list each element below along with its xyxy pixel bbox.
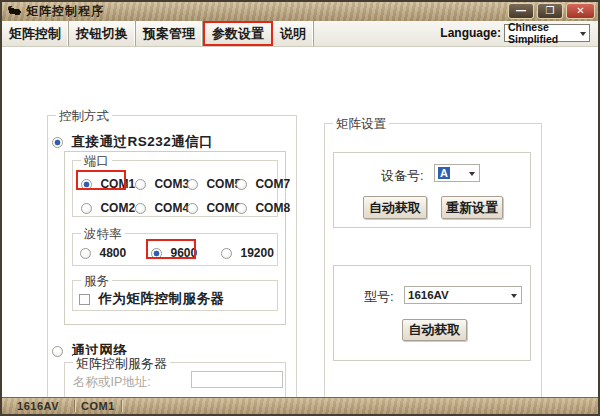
port-group-label: 端口: [81, 153, 112, 170]
com4-radio[interactable]: [135, 203, 146, 214]
com4-label: COM4: [154, 201, 189, 215]
model-value: 1616AV: [408, 289, 449, 301]
matrix-settings-group: 矩阵设置 设备号: A 自动获取 重新设置 型号: 1616AV 自动获取: [324, 123, 542, 405]
com8-option[interactable]: COM8: [236, 198, 290, 216]
baud-4800-radio[interactable]: [80, 248, 91, 259]
language-select[interactable]: Chinese Simplified: [504, 24, 590, 42]
parameter-settings-page: 控制方式 直接通过RS232通信口 端口 COM1 COM3 COM5: [2, 47, 598, 400]
minimize-button[interactable]: —: [508, 3, 534, 19]
status-bar: 1616AV COM1: [2, 397, 598, 414]
server-mode-option[interactable]: 作为矩阵控制服务器: [79, 289, 224, 308]
matrix-server-group-label: 矩阵控制服务器: [73, 355, 170, 373]
tab-help[interactable]: 说明: [273, 21, 314, 46]
rs232-option-row[interactable]: 直接通过RS232通信口: [52, 132, 213, 151]
model-auto-get-button[interactable]: 自动获取: [402, 319, 467, 341]
server-mode-label: 作为矩阵控制服务器: [98, 291, 224, 306]
maximize-button[interactable]: ❐: [537, 3, 563, 19]
control-method-group-label: 控制方式: [56, 108, 112, 125]
com8-radio[interactable]: [236, 203, 247, 214]
model-panel: 型号: 1616AV 自动获取: [333, 265, 531, 361]
com3-option[interactable]: COM3: [135, 174, 189, 192]
baud-4800-label: 4800: [99, 246, 126, 260]
model-label: 型号:: [364, 288, 394, 306]
com7-label: COM7: [255, 177, 290, 191]
com5-option[interactable]: COM5: [187, 174, 241, 192]
server-address-input[interactable]: [191, 371, 283, 388]
server-address-label: 名称或IP地址:: [73, 374, 151, 391]
baud-9600-annotation-box: [146, 239, 196, 259]
minimize-icon: —: [516, 5, 526, 16]
app-window: 矩阵控制程序 — ❐ ✕ 矩阵控制 按钮切换 预案管理 参数设置 说明 Lang…: [0, 0, 600, 416]
com2-option[interactable]: COM2: [81, 198, 135, 216]
matrix-server-group: 矩阵控制服务器 名称或IP地址:: [64, 362, 286, 400]
device-number-label: 设备号:: [381, 167, 424, 185]
com1-annotation-box: [76, 170, 126, 190]
com5-radio[interactable]: [187, 179, 198, 190]
com4-option[interactable]: COM4: [135, 198, 189, 216]
com6-option[interactable]: COM6: [187, 198, 241, 216]
service-group-label: 服务: [81, 273, 112, 290]
rs232-radio-label: 直接通过RS232通信口: [71, 134, 213, 149]
device-reset-button[interactable]: 重新设置: [441, 196, 503, 219]
baud-19200-label: 19200: [240, 246, 273, 260]
tab-bar: 矩阵控制 按钮切换 预案管理 参数设置 说明 Language: Chinese…: [2, 21, 598, 47]
tab-matrix-control[interactable]: 矩阵控制: [2, 21, 69, 46]
close-icon: ✕: [576, 5, 584, 16]
com6-radio[interactable]: [187, 203, 198, 214]
com2-label: COM2: [100, 201, 135, 215]
model-combo[interactable]: 1616AV: [404, 286, 522, 304]
app-icon: [8, 6, 21, 17]
window-title: 矩阵控制程序: [26, 3, 104, 20]
dropdown-arrow-icon: [580, 32, 586, 36]
tab-button-switch[interactable]: 按钮切换: [69, 21, 136, 46]
service-group: 服务 作为矩阵控制服务器: [72, 280, 278, 311]
device-number-value: A: [438, 167, 450, 179]
baud-19200-option[interactable]: 19200: [221, 243, 274, 261]
baud-group: 波特率 4800 9600 19200: [72, 233, 278, 266]
baud-group-label: 波特率: [81, 226, 125, 243]
status-model: 1616AV: [2, 400, 74, 412]
device-panel: 设备号: A 自动获取 重新设置: [333, 152, 531, 228]
status-port: COM1: [81, 400, 115, 412]
rs232-radio[interactable]: [52, 137, 63, 148]
matrix-settings-group-label: 矩阵设置: [333, 116, 389, 133]
device-combo-arrow-icon: [469, 172, 475, 176]
language-selected-value: Chinese Simplified: [508, 21, 589, 45]
baud-4800-option[interactable]: 4800: [80, 243, 126, 261]
com3-label: COM3: [154, 177, 189, 191]
status-separator: [121, 400, 122, 412]
com3-radio[interactable]: [135, 179, 146, 190]
device-number-combo[interactable]: A: [434, 164, 480, 182]
model-combo-arrow-icon: [511, 294, 517, 298]
tab-parameter-settings[interactable]: 参数设置: [203, 21, 273, 46]
com7-option[interactable]: COM7: [236, 174, 290, 192]
com2-radio[interactable]: [81, 203, 92, 214]
language-label: Language:: [440, 26, 501, 40]
com8-label: COM8: [255, 201, 290, 215]
baud-19200-radio[interactable]: [221, 248, 232, 259]
server-mode-checkbox[interactable]: [79, 294, 90, 305]
port-group: 端口 COM1 COM3 COM5 COM7 COM2: [72, 160, 278, 217]
title-bar: 矩阵控制程序 — ❐ ✕: [2, 2, 598, 21]
status-separator: [74, 400, 75, 412]
tab-preset-management[interactable]: 预案管理: [136, 21, 203, 46]
network-radio[interactable]: [52, 346, 63, 357]
maximize-icon: ❐: [546, 5, 555, 16]
close-button[interactable]: ✕: [566, 3, 595, 19]
device-auto-get-button[interactable]: 自动获取: [363, 196, 427, 219]
com7-radio[interactable]: [236, 179, 247, 190]
